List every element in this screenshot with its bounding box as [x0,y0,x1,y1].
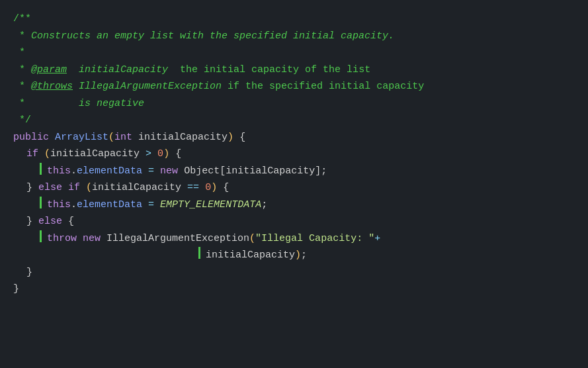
line-close-inner: } [13,264,575,281]
line-if-positive: if ( initialCapacity > 0 ) { [13,146,575,163]
line-method-sig: public ArrayList ( int initialCapacity )… [13,129,575,146]
line-assign-new-array: this . elementData = new Object [ initia… [13,163,575,180]
line-comment-close: */ [13,112,575,129]
line-comment-throws: * @throws IllegalArgumentException if th… [13,78,575,95]
line-else-open: } else { [13,213,575,230]
line-comment-open: /** [13,11,575,28]
line-initial-capacity-end: initialCapacity ) ; [13,247,575,264]
line-comment-empty: * [13,44,575,62]
line-else-if-zero: } else if ( initialCapacity == 0 ) { [13,179,575,197]
line-comment-constructs: * Constructs an empty list with the spec… [13,28,575,45]
line-close-outer: } [13,281,575,298]
line-throw-new: throw new IllegalArgumentException ( "Il… [13,230,575,248]
line-comment-param: * @param initialCapacity the initial cap… [13,62,575,79]
line-assign-empty: this . elementData = EMPTY_ELEMENTDATA ; [13,197,575,214]
line-comment-negative: * is negative [13,95,575,113]
code-editor: /** * Constructs an empty list with the … [0,0,588,368]
